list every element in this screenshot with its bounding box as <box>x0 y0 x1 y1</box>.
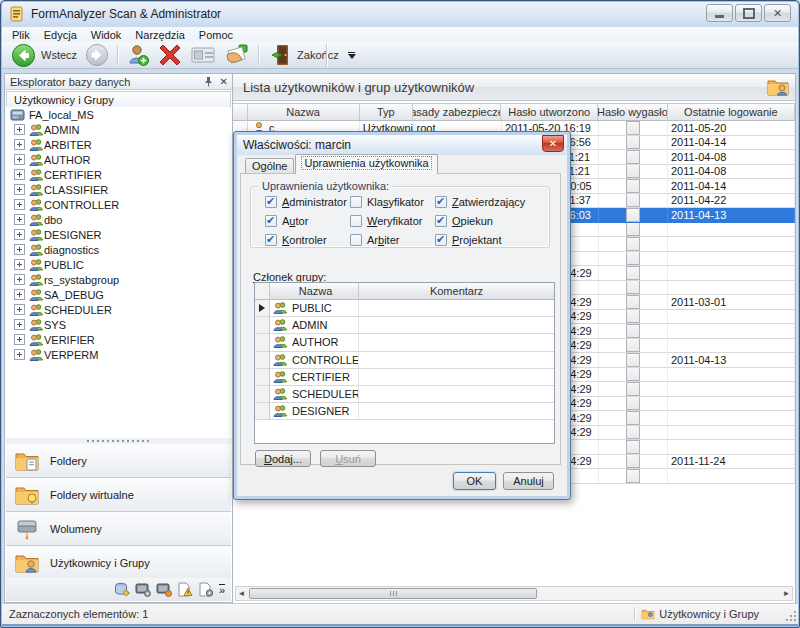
tree-item[interactable]: dbo <box>6 212 231 227</box>
tree-item[interactable]: AUTHOR <box>6 152 231 167</box>
volume-badge-icon[interactable] <box>156 582 172 597</box>
password-expired-checkbox[interactable] <box>626 310 640 324</box>
expand-icon[interactable] <box>14 184 25 195</box>
password-expired-checkbox[interactable] <box>626 136 640 150</box>
password-expired-checkbox[interactable] <box>626 165 640 179</box>
tree-root-node[interactable]: FA_local_MS <box>6 107 231 122</box>
expand-icon[interactable] <box>14 259 25 270</box>
expand-icon[interactable] <box>14 319 25 330</box>
tree-item[interactable]: CONTROLLER <box>6 197 231 212</box>
column-header[interactable]: Hasło utworzono <box>501 103 598 121</box>
column-header[interactable]: Hasło wygasło <box>598 103 668 121</box>
password-expired-checkbox[interactable] <box>626 339 640 353</box>
expand-icon[interactable] <box>14 349 25 360</box>
permission-checkbox[interactable] <box>350 234 362 246</box>
menu-item-edycja[interactable]: Edycja <box>37 28 84 42</box>
tree-item[interactable]: SA_DEBUG <box>6 287 231 302</box>
password-expired-checkbox[interactable] <box>626 368 640 382</box>
ok-button[interactable]: OK <box>453 472 496 490</box>
permission-checkbox[interactable] <box>435 196 447 208</box>
scroll-right-arrow[interactable]: ► <box>781 588 792 599</box>
forward-button[interactable] <box>81 43 113 67</box>
resize-grip[interactable] <box>785 610 797 622</box>
database-key-icon[interactable] <box>114 582 130 597</box>
dialog-close-button[interactable]: ✕ <box>542 135 564 152</box>
permission-checkbox[interactable] <box>350 215 362 227</box>
password-expired-checkbox[interactable] <box>626 411 640 425</box>
menu-item-plik[interactable]: Plik <box>5 28 37 42</box>
minimize-button[interactable] <box>706 4 733 22</box>
add-button[interactable]: Dodaj... <box>255 450 311 467</box>
expand-icon[interactable] <box>14 139 25 150</box>
nav-item-3[interactable]: Użytkownicy i Grupy <box>6 546 231 580</box>
maximize-button[interactable] <box>735 4 762 22</box>
exit-button[interactable]: Zakończ <box>263 43 343 67</box>
password-expired-checkbox[interactable] <box>626 440 640 454</box>
member-row[interactable]: PUBLIC <box>255 300 554 317</box>
member-row[interactable]: CONTROLLER <box>255 352 554 369</box>
menu-item-pomoc[interactable]: Pomoc <box>192 28 240 42</box>
expand-icon[interactable] <box>14 229 25 240</box>
pin-icon[interactable] <box>203 76 214 87</box>
permission-checkbox[interactable] <box>435 215 447 227</box>
nav-item-2[interactable]: Wolumeny <box>6 512 231 546</box>
cancel-button[interactable]: Anuluj <box>503 472 554 490</box>
tree-item[interactable]: SYS <box>6 317 231 332</box>
remove-button[interactable]: Usuń <box>320 450 376 467</box>
member-column-name[interactable]: Nazwa <box>270 283 359 300</box>
document-warning-icon[interactable] <box>177 582 193 597</box>
overflow-chevron-icon[interactable]: » <box>219 584 225 595</box>
scroll-left-arrow[interactable]: ◄ <box>236 588 247 599</box>
close-button[interactable]: ✕ <box>764 4 791 22</box>
password-expired-checkbox[interactable] <box>626 266 640 280</box>
tree-item[interactable]: rs_systabgroup <box>6 272 231 287</box>
permission-checkbox[interactable] <box>265 196 277 208</box>
password-expired-checkbox[interactable] <box>626 121 640 135</box>
volume-gear-icon[interactable] <box>135 582 151 597</box>
tree-item[interactable]: ARBITER <box>6 137 231 152</box>
password-expired-checkbox[interactable] <box>626 194 640 208</box>
password-expired-checkbox[interactable] <box>626 382 640 396</box>
password-expired-checkbox[interactable] <box>626 455 640 469</box>
permission-checkbox[interactable] <box>265 234 277 246</box>
expand-icon[interactable] <box>14 304 25 315</box>
expand-icon[interactable] <box>14 244 25 255</box>
tab-1[interactable]: Uprawnienia użytkownika <box>295 154 437 174</box>
expand-icon[interactable] <box>14 154 25 165</box>
member-column-comment[interactable]: Komentarz <box>359 283 554 300</box>
add-user-button[interactable] <box>122 43 154 67</box>
tree-item[interactable]: diagnostics <box>6 242 231 257</box>
column-header[interactable]: Typ <box>360 103 414 121</box>
scrollbar-thumb[interactable] <box>249 588 537 599</box>
tab-0[interactable]: Ogólne <box>245 158 294 174</box>
member-row[interactable]: CERTIFIER <box>255 369 554 386</box>
password-expired-checkbox[interactable] <box>626 324 640 338</box>
nav-item-0[interactable]: Foldery <box>6 444 231 478</box>
tree-item[interactable]: CLASSIFIER <box>6 182 231 197</box>
permission-checkbox[interactable] <box>435 234 447 246</box>
column-header[interactable]: Zasady zabezpieczeń <box>413 103 501 121</box>
expand-icon[interactable] <box>14 214 25 225</box>
password-expired-checkbox[interactable] <box>626 353 640 367</box>
password-expired-checkbox[interactable] <box>626 469 640 483</box>
password-expired-checkbox[interactable] <box>626 295 640 309</box>
checkout-button[interactable] <box>220 43 254 67</box>
password-expired-checkbox[interactable] <box>626 281 640 295</box>
tree-item[interactable]: ADMIN <box>6 122 231 137</box>
member-row[interactable]: AUTHOR <box>255 334 554 351</box>
back-button[interactable]: Wstecz <box>7 43 81 67</box>
expand-icon[interactable] <box>14 199 25 210</box>
permission-checkbox[interactable] <box>350 196 362 208</box>
nav-item-1[interactable]: Foldery wirtualne <box>6 478 231 512</box>
column-header[interactable]: Nazwa <box>248 103 360 121</box>
expand-icon[interactable] <box>14 124 25 135</box>
panel-close-icon[interactable]: ✕ <box>220 77 228 87</box>
delete-button[interactable] <box>154 43 186 67</box>
document-gear-icon[interactable] <box>198 582 214 597</box>
tree-item[interactable]: CERTIFIER <box>6 167 231 182</box>
tree-item[interactable]: SCHEDULER <box>6 302 231 317</box>
properties-button[interactable] <box>186 43 220 67</box>
password-expired-checkbox[interactable] <box>626 223 640 237</box>
horizontal-scrollbar[interactable]: ◄ ► <box>235 586 793 601</box>
expand-icon[interactable] <box>14 334 25 345</box>
